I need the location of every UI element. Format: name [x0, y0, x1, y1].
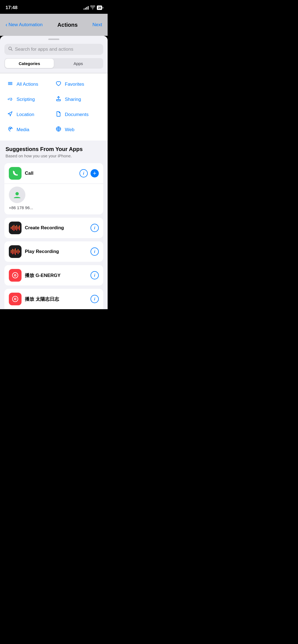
play-recording-label: Play Recording [25, 249, 59, 254]
category-media-label: Media [17, 127, 29, 133]
category-favorites[interactable]: Favorites [54, 77, 102, 92]
search-placeholder: Search for apps and actions [15, 47, 73, 52]
create-recording-card: Create Recording i [4, 218, 103, 238]
play-genergy-row: 播放 G-ENERGY i [4, 265, 103, 285]
suggestions-subtitle: Based on how you use your iPhone. [6, 153, 102, 158]
svg-point-9 [15, 192, 19, 195]
category-favorites-label: Favorites [65, 82, 84, 87]
status-icons: 28 [84, 6, 102, 10]
media-icon [7, 126, 14, 133]
page-title: Actions [57, 22, 78, 28]
partial-card-info-button[interactable]: i [91, 295, 99, 303]
documents-icon [55, 111, 62, 118]
status-bar: 17:48 28 [0, 0, 108, 14]
call-card-header: Call i + [4, 163, 103, 184]
search-icon [8, 47, 13, 52]
category-media[interactable]: Media [6, 122, 54, 137]
nav-header: ‹ New Automation Actions Next [0, 14, 108, 36]
status-time: 17:48 [6, 5, 17, 10]
category-scripting[interactable]: Scripting [6, 92, 54, 107]
call-card-left: Call [9, 167, 33, 180]
heart-icon [55, 80, 62, 88]
svg-line-1 [11, 50, 12, 51]
voice-memo-icon-2 [9, 245, 22, 258]
play-genergy-left: 播放 G-ENERGY [9, 269, 60, 282]
category-location[interactable]: Location [6, 107, 54, 122]
create-recording-label: Create Recording [25, 225, 64, 231]
contact-number: +86 178 96... [9, 205, 33, 210]
create-recording-left: Create Recording [9, 222, 64, 234]
location-icon [7, 111, 14, 118]
play-genergy-info-button[interactable]: i [91, 271, 99, 279]
category-all-actions[interactable]: All Actions [6, 77, 54, 92]
category-web[interactable]: Web [54, 122, 102, 137]
category-all-actions-label: All Actions [17, 82, 38, 87]
wifi-icon [90, 6, 95, 10]
svg-rect-5 [57, 99, 60, 101]
action-sheet: Search for apps and actions Categories A… [0, 36, 108, 309]
segment-apps[interactable]: Apps [54, 59, 103, 68]
list-icon [7, 80, 14, 88]
search-container: Search for apps and actions [0, 42, 108, 58]
contact-avatar-wrap: +86 178 96... [9, 187, 99, 210]
next-button[interactable]: Next [92, 22, 102, 28]
partial-card: 播放 太陽志日志 i [4, 289, 103, 309]
chevron-left-icon: ‹ [6, 21, 7, 28]
svg-point-6 [10, 128, 11, 129]
call-card: Call i + [4, 163, 103, 214]
call-info-button[interactable]: i [79, 169, 88, 177]
signal-icon [84, 6, 89, 10]
music-app-icon-2 [9, 293, 22, 305]
voice-memo-icon [9, 222, 22, 234]
web-icon [55, 126, 62, 133]
back-button[interactable]: ‹ New Automation [6, 22, 42, 28]
segment-control: Categories Apps [4, 58, 103, 69]
category-documents[interactable]: Documents [54, 107, 102, 122]
action-cards-list: Call i + [0, 160, 108, 289]
category-sharing[interactable]: Sharing [54, 92, 102, 107]
scripting-icon [7, 96, 14, 103]
voice-memo-visual-2 [11, 248, 20, 255]
svg-point-12 [15, 275, 16, 276]
drag-handle [48, 39, 59, 40]
partial-card-label: 播放 太陽志日志 [25, 296, 59, 302]
search-bar[interactable]: Search for apps and actions [4, 44, 103, 55]
category-web-label: Web [65, 127, 74, 133]
play-recording-row: Play Recording i [4, 241, 103, 262]
back-label: New Automation [9, 22, 43, 28]
suggestions-header: Suggestions From Your Apps Based on how … [0, 141, 108, 160]
create-recording-row: Create Recording i [4, 218, 103, 238]
music-app-icon [9, 269, 22, 282]
phone-app-icon [9, 167, 22, 180]
play-recording-card: Play Recording i [4, 241, 103, 262]
categories-section: All Actions Favorites [0, 73, 108, 141]
call-action-name: Call [25, 171, 33, 176]
create-recording-info-button[interactable]: i [91, 224, 99, 232]
call-card-actions: i + [79, 169, 99, 177]
categories-grid: All Actions Favorites [6, 77, 102, 137]
call-card-expanded: +86 178 96... [4, 184, 103, 214]
play-genergy-card: 播放 G-ENERGY i [4, 265, 103, 285]
svg-point-15 [15, 298, 16, 300]
segment-categories[interactable]: Categories [5, 59, 54, 68]
suggestions-title: Suggestions From Your Apps [6, 146, 102, 152]
category-documents-label: Documents [65, 112, 89, 117]
battery-icon: 28 [97, 6, 102, 10]
sheet-handle [0, 36, 108, 42]
category-location-label: Location [17, 112, 34, 117]
sharing-icon [55, 96, 62, 103]
play-recording-info-button[interactable]: i [91, 247, 99, 256]
call-add-button[interactable]: + [91, 169, 99, 177]
voice-memo-visual [11, 224, 20, 232]
contact-avatar [9, 187, 25, 203]
category-scripting-label: Scripting [17, 97, 35, 102]
play-recording-left: Play Recording [9, 245, 59, 258]
play-genergy-label: 播放 G-ENERGY [25, 272, 60, 279]
category-sharing-label: Sharing [65, 97, 81, 102]
